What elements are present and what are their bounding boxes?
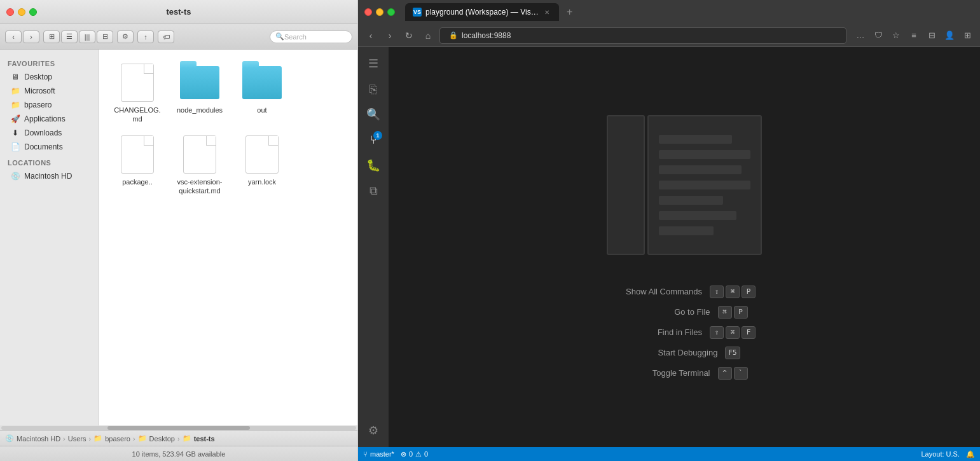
logo-line-5 [659, 196, 723, 205]
vsc-quickstart-label: vsc-extension-quickstart.md [174, 177, 226, 196]
package-label: package.. [122, 177, 153, 186]
debug-label: Start Debugging [628, 348, 717, 357]
breadcrumb-sep-1: › [63, 435, 66, 443]
file-item-node-modules[interactable]: node_modules [171, 60, 228, 127]
logo-line-1 [659, 135, 732, 144]
breadcrumb-test-ts[interactable]: test-ts [194, 435, 215, 443]
browser-actions: … 🛡 ☆ ≡ ⊟ 👤 ⊞ [853, 28, 975, 43]
url-bar[interactable]: 🔒 localhost:9888 [439, 27, 846, 44]
logo-right-panel [647, 115, 762, 255]
search-box[interactable]: 🔍 Search [270, 31, 352, 43]
sidebar-item-applications[interactable]: 🚀 Applications [3, 112, 95, 126]
logo-line-4 [659, 181, 750, 189]
activitybar-settings[interactable]: ⚙ [362, 419, 385, 442]
browser-home-button[interactable]: ⌂ [420, 28, 436, 43]
gallery-view-button[interactable]: ⊟ [97, 31, 113, 43]
git-branch[interactable]: ⑂ master* [363, 450, 394, 458]
activitybar-explorer[interactable]: ⎘ [362, 78, 385, 100]
activitybar-search[interactable]: 🔍 [362, 103, 385, 126]
sidebar-item-desktop[interactable]: 🖥 Desktop [3, 70, 95, 84]
tab-close-button[interactable]: ✕ [542, 8, 551, 17]
icon-view-button[interactable]: ⊞ [43, 31, 60, 43]
minimize-button[interactable] [18, 8, 25, 16]
sidebar-item-microsoft[interactable]: 📁 Microsoft [3, 84, 95, 98]
active-tab[interactable]: VS playground (Workspace) — Vis… ✕ [405, 3, 559, 21]
browser-back-button[interactable]: ‹ [363, 28, 378, 43]
sidebar-item-documents[interactable]: 📄 Documents [3, 140, 95, 154]
sidebar-item-bpasero[interactable]: 📁 bpasero [3, 98, 95, 112]
logo-line-6 [659, 211, 736, 220]
sidebar-item-macintosh-hd[interactable]: 💿 Macintosh HD [3, 169, 95, 183]
shortcut-debug: Start Debugging F5 [628, 347, 740, 359]
finder-content: CHANGELOG.md node_modules out [99, 50, 357, 425]
sidebar-label-applications: Applications [24, 114, 66, 123]
close-button[interactable] [6, 8, 14, 16]
browser-refresh-button[interactable]: ↻ [401, 28, 417, 43]
show-commands-keys: ⇧ ⌘ P [710, 286, 756, 298]
out-label: out [257, 106, 266, 114]
file-item-package[interactable]: package.. [109, 132, 166, 198]
browser-maximize-button[interactable] [387, 8, 395, 16]
finder-title: test-ts [166, 7, 191, 17]
sidebar-label-bpasero: bpasero [24, 100, 52, 109]
profile-button[interactable]: 👤 [942, 28, 957, 43]
browser-forward-button[interactable]: › [382, 28, 397, 43]
key-cmd-3: ⌘ [726, 326, 740, 339]
action-button[interactable]: ⚙ [117, 31, 134, 43]
source-control-badge: 1 [373, 131, 382, 140]
activitybar-extensions[interactable]: ⧉ [362, 179, 385, 202]
column-view-button[interactable]: ||| [79, 31, 95, 43]
activitybar-source-control[interactable]: ⑂ 1 [362, 128, 385, 151]
horizontal-scrollbar[interactable] [0, 425, 357, 430]
finder-toolbar: ‹ › ⊞ ☰ ||| ⊟ ⚙ ↑ 🏷 🔍 Search [0, 24, 357, 50]
terminal-keys: ^ ` [718, 367, 748, 380]
forward-button[interactable]: › [23, 31, 39, 43]
sidebar-label-desktop: Desktop [24, 72, 52, 81]
finder-sidebar: Favourites 🖥 Desktop 📁 Microsoft 📁 bpase… [0, 50, 99, 425]
extensions-button[interactable]: ⊞ [960, 28, 975, 43]
breadcrumb-users[interactable]: Users [68, 435, 86, 443]
more-button[interactable]: … [853, 28, 868, 43]
breadcrumb-bpasero[interactable]: bpasero [105, 435, 130, 443]
breadcrumb-macintosh-hd[interactable]: Macintosh HD [17, 435, 60, 443]
scrollbar-thumb[interactable] [107, 426, 249, 430]
bookmark-button[interactable]: ☆ [888, 28, 904, 43]
sidebar-item-downloads[interactable]: ⬇ Downloads [3, 126, 95, 140]
finder-window: test-ts ‹ › ⊞ ☰ ||| ⊟ ⚙ ↑ 🏷 🔍 Search Fav… [0, 0, 358, 461]
finder-traffic-lights [6, 8, 37, 16]
activitybar-debug[interactable]: 🐛 [362, 154, 385, 177]
notification-icon[interactable]: 🔔 [966, 450, 975, 458]
warnings: 0 [424, 450, 428, 458]
list-view-button[interactable]: ☰ [61, 31, 78, 43]
key-p-2: P [734, 306, 748, 319]
error-count[interactable]: ⊗ 0 ⚠ 0 [401, 450, 428, 458]
view-buttons: ⊞ ☰ ||| ⊟ [43, 31, 113, 43]
sidebar-button[interactable]: ⊟ [924, 28, 939, 43]
find-files-keys: ⇧ ⌘ F [710, 326, 756, 339]
sidebar-label-hd: Macintosh HD [24, 172, 72, 181]
breadcrumb-icon: 💿 [5, 434, 14, 443]
logo-line-2 [659, 150, 750, 159]
tags-button[interactable]: 🏷 [158, 31, 174, 43]
file-item-vsc-quickstart[interactable]: vsc-extension-quickstart.md [171, 132, 228, 198]
browser-close-button[interactable] [364, 8, 372, 16]
new-tab-button[interactable]: + [562, 4, 578, 20]
git-icon: ⑂ [363, 450, 368, 458]
maximize-button[interactable] [29, 8, 37, 16]
branch-name: master* [370, 450, 394, 458]
activitybar-menu[interactable]: ☰ [362, 52, 385, 75]
shield-button[interactable]: 🛡 [871, 28, 886, 43]
file-item-out[interactable]: out [233, 60, 291, 127]
vscode-main: Show All Commands ⇧ ⌘ P Go to File ⌘ P [389, 47, 980, 447]
settings-icon: ⚙ [368, 423, 378, 437]
back-button[interactable]: ‹ [5, 31, 22, 43]
reader-mode-button[interactable]: ≡ [906, 28, 921, 43]
tab-label: playground (Workspace) — Vis… [425, 8, 539, 17]
browser-minimize-button[interactable] [376, 8, 383, 16]
sidebar-label-documents: Documents [24, 142, 63, 151]
share-button[interactable]: ↑ [137, 31, 154, 43]
file-item-yarn-lock[interactable]: yarn.lock [233, 132, 291, 198]
terminal-label: Toggle Terminal [621, 368, 710, 378]
breadcrumb-desktop[interactable]: Desktop [149, 435, 175, 443]
file-item-changelog[interactable]: CHANGELOG.md [109, 60, 166, 127]
